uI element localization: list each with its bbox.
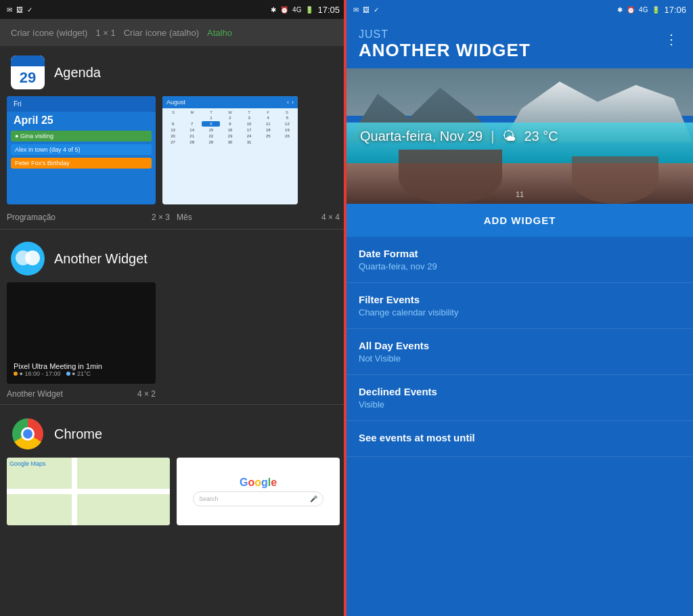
widget-photo-preview: Quarta-feira, Nov 29 | 🌤 23 °C 11 [346, 68, 693, 204]
settings-item-all-day[interactable]: All Day Events Not Visible [346, 329, 693, 375]
battery-icon: 🔋 [305, 6, 313, 14]
maps-road-horizontal [7, 489, 170, 494]
widget-number-overlay: 11 [516, 190, 524, 198]
r-image-icon: 🖼 [363, 6, 370, 14]
agenda-icon-number: 29 [11, 66, 45, 89]
right-header: JUST ANOTHER WIDGET ⋮ [346, 19, 693, 68]
event-1: ● Gina visiting [11, 131, 152, 141]
all-day-title: All Day Events [359, 340, 681, 351]
mes-label: Mês 4 × 4 [177, 213, 340, 222]
month-widget-thumb[interactable]: August ‹› SMTWTFS 12345 6789101112 13141… [162, 96, 298, 204]
settings-item-filter-events[interactable]: Filter Events Change calendar visibility [346, 283, 693, 329]
r-battery-icon: 🔋 [652, 6, 660, 14]
mic-icon: 🎤 [310, 496, 317, 502]
size-1x1-label: 1 × 1 [95, 28, 115, 38]
chrome-icon-inner [21, 427, 35, 441]
declined-sub: Visible [359, 399, 681, 410]
signal-icon: 4G [292, 6, 301, 14]
aw-dot-1 [14, 372, 18, 376]
divider-1 [0, 229, 346, 229]
boat-hull [399, 150, 503, 204]
time-left: 17:05 [317, 5, 340, 15]
landscape-bg: Quarta-feira, Nov 29 | 🌤 23 °C 11 [346, 68, 693, 204]
aw-preview-details: ● 16:00 - 17:00 ● 21°C [14, 370, 149, 377]
aw-dot-2 [66, 372, 70, 376]
aw-widget-label: Another Widget 4 × 2 [0, 387, 162, 404]
just-label: JUST [359, 28, 531, 41]
another-widget-title: Another Widget [54, 251, 148, 267]
left-notification-icons: ✉ 🖼 ✓ [7, 6, 32, 14]
agenda-widget-labels: Programação 2 × 3 Mês 4 × 4 [0, 210, 346, 229]
right-title-block: JUST ANOTHER WIDGET [359, 28, 531, 60]
agenda-widgets-grid: Fri April 25 ● Gina visiting Alex in tow… [0, 96, 346, 210]
chrome-section-header: Chrome [0, 408, 346, 458]
month-grid: SMTWTFS 12345 6789101112 13141516171819 … [162, 108, 298, 146]
r-gmail-icon: ✉ [353, 6, 359, 14]
r-bluetooth-icon: ✱ [617, 6, 623, 14]
top-bar: Criar ícone (widget) 1 × 1 Criar ícone (… [0, 19, 346, 46]
create-icon-shortcut-label: Criar ícone (atalho) [124, 28, 199, 38]
weather-icon-emoji: 🌤 [502, 128, 516, 144]
r-alarm-icon: ⏰ [627, 6, 635, 14]
settings-item-see-events[interactable]: See events at most until [346, 421, 693, 457]
agenda-title: Agenda [54, 65, 101, 81]
date-format-sub: Quarta-feira, nov 29 [359, 261, 681, 271]
aw-circle-right [25, 250, 40, 265]
widget-date-text: Quarta-feira, Nov 29 [360, 128, 483, 144]
another-widget-preview[interactable]: Pixel Ultra Meeting in 1min ● 16:00 - 17… [7, 282, 156, 384]
date-format-title: Date Format [359, 248, 681, 259]
programacao-label: Programação 2 × 3 [7, 213, 170, 222]
agenda-icon: 29 [11, 56, 45, 89]
image-icon: 🖼 [16, 6, 23, 14]
google-logo: Google [240, 477, 277, 489]
main-title: ANOTHER WIDGET [359, 41, 531, 60]
settings-item-declined[interactable]: Declined Events Visible [346, 375, 693, 421]
settings-item-date-format[interactable]: Date Format Quarta-feira, nov 29 [346, 237, 693, 283]
status-bar-right: ✉ 🖼 ✓ ✱ ⏰ 4G 🔋 17:06 [346, 0, 693, 19]
agenda-section-header: 29 Agenda [0, 46, 346, 96]
chrome-icon-wrapper [11, 417, 45, 451]
all-day-sub: Not Visible [359, 353, 681, 364]
create-icon-widget-label: Criar ícone (widget) [11, 28, 87, 38]
chrome-title: Chrome [54, 426, 102, 442]
status-bar-left: ✉ 🖼 ✓ ✱ ⏰ 4G 🔋 17:05 [0, 0, 346, 19]
filter-events-title: Filter Events [359, 294, 681, 305]
settings-list: Date Format Quarta-feira, nov 29 Filter … [346, 237, 693, 616]
panel-divider [344, 0, 346, 616]
alarm-icon: ⏰ [280, 6, 288, 14]
another-widget-icon [11, 242, 45, 276]
agenda-icon-month [11, 56, 45, 66]
schedule-widget-thumb[interactable]: Fri April 25 ● Gina visiting Alex in tow… [7, 96, 156, 204]
r-check-icon: ✓ [374, 6, 379, 14]
maps-widget-thumb[interactable]: Google Maps [7, 458, 170, 525]
chrome-widgets-row: Google Maps Google Search 🎤 [0, 458, 346, 525]
right-notification-icons: ✉ 🖼 ✓ [353, 6, 379, 14]
boat-hull-2 [572, 156, 658, 204]
date-weather-overlay: Quarta-feira, Nov 29 | 🌤 23 °C [346, 128, 693, 144]
aw-preview-meeting: Pixel Ultra Meeting in 1min [14, 362, 149, 370]
google-search-bar[interactable]: Search 🎤 [193, 491, 323, 506]
r-signal-icon: 4G [639, 6, 648, 14]
schedule-day: Fri [7, 96, 156, 112]
see-events-title: See events at most until [359, 432, 681, 443]
shortcut-link[interactable]: Atalho [207, 28, 232, 38]
more-menu-icon[interactable]: ⋮ [662, 28, 681, 50]
bluetooth-icon: ✱ [271, 6, 276, 14]
declined-title: Declined Events [359, 386, 681, 397]
search-widget-thumb[interactable]: Google Search 🎤 [177, 458, 340, 525]
schedule-date: April 25 [7, 112, 156, 129]
another-widget-section-header: Another Widget [0, 232, 346, 282]
month-header: August ‹› [162, 96, 298, 108]
maps-road-vertical [72, 458, 77, 525]
search-placeholder: Search [199, 496, 219, 502]
add-widget-button[interactable]: ADD WIDGET [346, 204, 693, 237]
event-3: Peter Fox's Birthday [11, 158, 152, 169]
divider-2 [0, 404, 346, 405]
event-2: Alex in town (day 4 of 5) [11, 144, 152, 155]
left-panel: ✉ 🖼 ✓ ✱ ⏰ 4G 🔋 17:05 Criar ícone (widget… [0, 0, 346, 616]
time-right: 17:06 [664, 5, 686, 15]
filter-events-sub: Change calendar visibility [359, 307, 681, 317]
check-icon: ✓ [27, 6, 32, 14]
chrome-icon-outer [12, 418, 43, 449]
separator: | [491, 128, 494, 144]
